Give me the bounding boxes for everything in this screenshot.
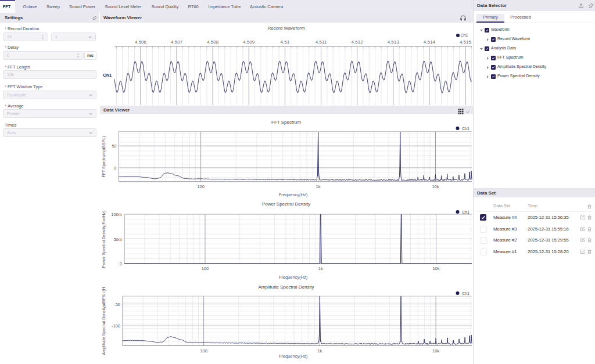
svg-text:FFT Spectrum: FFT Spectrum [271, 120, 301, 125]
svg-text:1k: 1k [316, 184, 321, 189]
svg-text:10k: 10k [432, 184, 439, 189]
svg-text:4.509: 4.509 [243, 39, 255, 45]
svg-text:0: 0 [120, 261, 122, 266]
svg-text:4.513: 4.513 [388, 39, 400, 45]
svg-text:4.507: 4.507 [171, 39, 183, 45]
svg-text:-100: -100 [112, 323, 120, 329]
svg-text:50: 50 [112, 143, 116, 149]
svg-text:4.515: 4.515 [460, 39, 472, 45]
svg-text:4.512: 4.512 [352, 39, 364, 45]
svg-text:Amplitude Spectral Density: Amplitude Spectral Density [258, 284, 314, 290]
svg-text:Amplitude Spectral Density(dBF: Amplitude Spectral Density(dBFS/√(H [102, 287, 106, 355]
svg-text:Frequency(Hz): Frequency(Hz) [279, 354, 308, 359]
svg-text:0: 0 [114, 165, 116, 171]
svg-text:Ch1: Ch1 [462, 210, 469, 214]
svg-text:4.511: 4.511 [316, 39, 327, 45]
svg-text:10k: 10k [432, 266, 439, 271]
svg-text:Frequency(Hz): Frequency(Hz) [279, 275, 308, 280]
svg-text:10k: 10k [432, 348, 439, 354]
svg-text:Power Spectral Density(Pa²/Hz): Power Spectral Density(Pa²/Hz) [102, 211, 106, 268]
svg-text:Ch1: Ch1 [462, 127, 469, 131]
svg-text:100m: 100m [111, 212, 122, 217]
svg-text:-50: -50 [114, 302, 120, 307]
svg-text:50m: 50m [113, 237, 122, 242]
svg-text:4.514: 4.514 [424, 39, 436, 45]
svg-text:100: 100 [200, 348, 207, 354]
svg-text:4.508: 4.508 [207, 39, 219, 45]
svg-text:1k: 1k [318, 266, 323, 271]
svg-text:FFT Spectrum(dBSPL): FFT Spectrum(dBSPL) [102, 136, 106, 177]
svg-text:100: 100 [197, 184, 205, 189]
svg-text:1k: 1k [317, 348, 322, 354]
svg-text:Power Spectral Density: Power Spectral Density [262, 201, 310, 207]
svg-text:4.506: 4.506 [135, 39, 147, 45]
svg-text:4.51: 4.51 [281, 39, 290, 45]
svg-text:Frequency(Hz): Frequency(Hz) [279, 192, 308, 197]
svg-text:100: 100 [202, 266, 209, 271]
svg-text:Ch1: Ch1 [462, 291, 469, 295]
